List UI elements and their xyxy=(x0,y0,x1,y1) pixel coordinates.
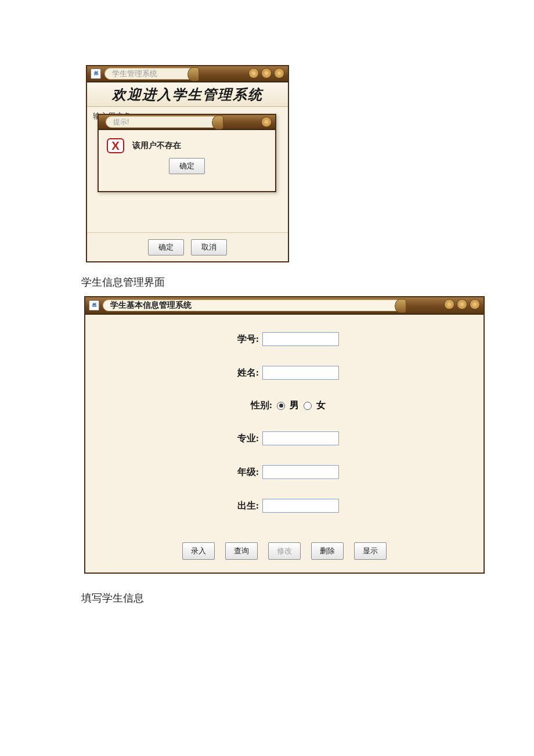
row-name: 姓名: xyxy=(230,366,339,380)
maximize-icon[interactable] xyxy=(457,299,467,309)
close-icon[interactable] xyxy=(274,68,284,78)
label-grade: 年级: xyxy=(230,466,259,478)
welcome-banner: 欢迎进入学生管理系统 xyxy=(87,82,288,107)
dialog-ok-button[interactable]: 确定 xyxy=(169,158,205,174)
student-form: 学号: 姓名: 性别: 男 女 专业: 年级: xyxy=(85,315,484,573)
dialog-title: 提示! xyxy=(106,116,222,128)
label-major: 专业: xyxy=(230,433,259,445)
row-birth: 出生: xyxy=(230,499,339,513)
radio-female[interactable] xyxy=(304,402,312,410)
error-icon: X xyxy=(107,138,124,153)
java-icon: ≝ xyxy=(91,69,101,79)
minimize-icon[interactable] xyxy=(444,299,454,309)
dialog-message: 该用户不存在 xyxy=(132,141,181,151)
query-button[interactable]: 查询 xyxy=(225,542,258,560)
label-gender: 性别: xyxy=(243,399,272,412)
input-student-id[interactable] xyxy=(262,332,339,346)
input-grade[interactable] xyxy=(262,465,339,479)
dialog-body: X 该用户不存在 xyxy=(99,130,275,158)
row-grade: 年级: xyxy=(230,465,339,479)
radio-male-label: 男 xyxy=(290,399,299,412)
login-cancel-button[interactable]: 取消 xyxy=(191,239,227,255)
row-student-id: 学号: xyxy=(230,332,339,346)
maximize-icon[interactable] xyxy=(261,68,272,78)
modify-button[interactable]: 修改 xyxy=(268,542,301,560)
window-controls xyxy=(248,68,284,78)
student-titlebar[interactable]: ≝ 学生基本信息管理系统 xyxy=(85,297,484,315)
label-student-id: 学号: xyxy=(230,333,259,345)
caption-fill-info: 填写学生信息 xyxy=(81,591,144,605)
dialog-titlebar[interactable]: 提示! xyxy=(99,115,275,130)
label-birth: 出生: xyxy=(230,500,259,512)
student-info-window: ≝ 学生基本信息管理系统 学号: 姓名: 性别: 男 女 xyxy=(84,296,485,574)
login-footer: 确定 取消 xyxy=(87,232,288,261)
close-icon[interactable] xyxy=(261,117,272,127)
row-major: 专业: xyxy=(230,431,339,445)
input-major[interactable] xyxy=(262,431,339,445)
caption-student-ui: 学生信息管理界面 xyxy=(81,275,165,289)
window-controls xyxy=(444,299,480,309)
close-icon[interactable] xyxy=(470,299,480,309)
java-icon: ≝ xyxy=(89,300,99,311)
delete-button[interactable]: 删除 xyxy=(311,542,344,560)
login-ok-button[interactable]: 确定 xyxy=(148,239,184,255)
login-titlebar[interactable]: ≝ 学生管理系统 xyxy=(87,66,288,82)
alert-dialog: 提示! X 该用户不存在 确定 xyxy=(98,114,276,192)
student-window-title: 学生基本信息管理系统 xyxy=(103,300,405,311)
row-gender: 性别: 男 女 xyxy=(243,399,326,412)
radio-male[interactable] xyxy=(277,402,285,410)
input-name[interactable] xyxy=(262,366,339,380)
label-name: 姓名: xyxy=(230,367,259,379)
show-button[interactable]: 显示 xyxy=(354,542,387,560)
dialog-footer: 确定 xyxy=(99,158,275,180)
add-button[interactable]: 录入 xyxy=(182,542,215,560)
dialog-window-controls xyxy=(261,117,272,127)
form-button-row: 录入 查询 修改 删除 显示 xyxy=(91,542,478,560)
radio-female-label: 女 xyxy=(316,399,326,412)
input-birth[interactable] xyxy=(262,499,339,513)
login-title: 学生管理系统 xyxy=(104,68,197,80)
minimize-icon[interactable] xyxy=(248,68,259,78)
